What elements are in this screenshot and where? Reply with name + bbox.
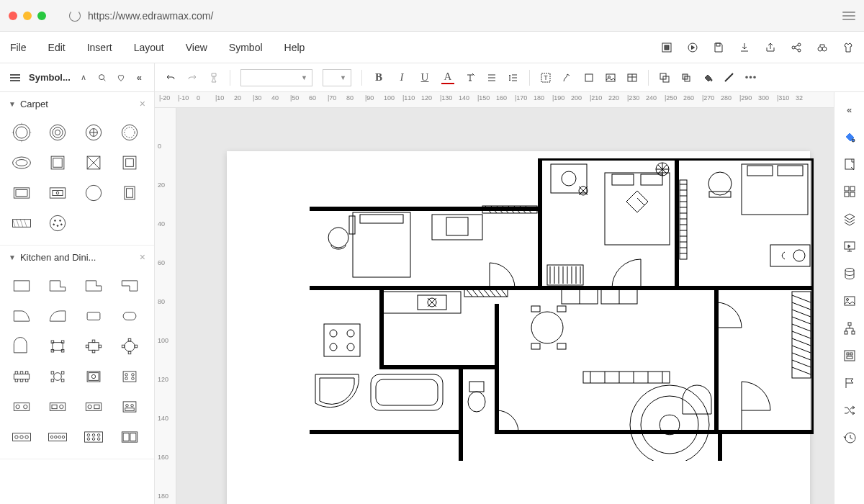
kitchen-shape[interactable]: [115, 303, 144, 329]
menu-layout[interactable]: Layout: [134, 42, 164, 53]
carpet-shape[interactable]: [79, 150, 108, 176]
kitchen-shape[interactable]: [7, 273, 36, 299]
binoculars-icon[interactable]: [816, 42, 828, 53]
drawing-page[interactable]: [227, 151, 810, 504]
vertical-ruler[interactable]: 020406080100120140160180: [155, 108, 176, 504]
menu-edit[interactable]: Edit: [48, 42, 66, 53]
search-icon[interactable]: [97, 72, 107, 84]
fullscreen-icon[interactable]: [661, 42, 672, 53]
play-icon[interactable]: [687, 42, 698, 53]
expand-panel-icon[interactable]: «: [842, 102, 857, 117]
grid-panel-icon[interactable]: [842, 184, 857, 199]
bold-button[interactable]: B: [372, 71, 385, 84]
close-icon[interactable]: ×: [140, 251, 145, 263]
italic-button[interactable]: I: [395, 71, 408, 84]
tshirt-icon[interactable]: [842, 42, 854, 53]
fill-panel-icon[interactable]: [842, 130, 857, 144]
carpet-shape[interactable]: [7, 210, 36, 236]
page-panel-icon[interactable]: [842, 157, 857, 171]
carpet-shape[interactable]: [7, 180, 36, 206]
flag-panel-icon[interactable]: [842, 376, 857, 390]
carpet-shape[interactable]: [43, 210, 72, 236]
data-panel-icon[interactable]: [842, 266, 857, 281]
menu-view[interactable]: View: [186, 42, 207, 53]
palette-carpet-header[interactable]: ▼ Carpet ×: [0, 92, 154, 115]
save-icon[interactable]: [713, 42, 724, 53]
menu-symbol[interactable]: Symbol: [229, 42, 263, 53]
maximize-window-button[interactable]: [37, 12, 46, 20]
redo-icon[interactable]: [186, 72, 198, 84]
kitchen-shape[interactable]: [79, 424, 108, 450]
font-size-select[interactable]: ▼: [323, 69, 351, 86]
menu-insert[interactable]: Insert: [87, 42, 112, 53]
arrange-icon[interactable]: [680, 72, 692, 84]
minimize-window-button[interactable]: [23, 12, 32, 20]
carpet-shape[interactable]: [43, 120, 72, 145]
font-color-button[interactable]: A: [441, 71, 454, 84]
kitchen-shape[interactable]: [79, 273, 108, 299]
kitchen-shape[interactable]: [7, 424, 36, 450]
more-icon[interactable]: •••: [745, 72, 757, 84]
kitchen-shape[interactable]: [43, 424, 72, 450]
kitchen-shape[interactable]: [79, 303, 108, 329]
horizontal-ruler[interactable]: |-20|-100|1020|3040|5060|7080|90100|1101…: [155, 92, 834, 108]
carpet-shape[interactable]: [115, 150, 144, 176]
fill-icon[interactable]: [702, 72, 714, 84]
carpet-shape[interactable]: [115, 180, 144, 206]
line-style-icon[interactable]: [724, 72, 735, 84]
kitchen-shape[interactable]: [7, 303, 36, 329]
align-icon[interactable]: [486, 72, 498, 84]
underline-button[interactable]: U: [418, 71, 431, 84]
image-panel-icon[interactable]: [842, 294, 857, 308]
kitchen-shape[interactable]: [115, 364, 144, 390]
shuffle-panel-icon[interactable]: [842, 403, 857, 418]
kitchen-shape[interactable]: [7, 364, 36, 390]
carpet-shape[interactable]: [79, 120, 108, 145]
kitchen-shape[interactable]: [115, 394, 144, 420]
share-icon[interactable]: [791, 42, 802, 53]
kitchen-shape[interactable]: [115, 333, 144, 359]
heart-icon[interactable]: [116, 72, 126, 84]
kitchen-shape[interactable]: [43, 273, 72, 299]
palette-kitchen-header[interactable]: ▼ Kitchen and Dini... ×: [0, 246, 154, 269]
close-icon[interactable]: ×: [140, 98, 145, 109]
library-icon[interactable]: [10, 72, 20, 84]
carpet-shape[interactable]: [43, 180, 72, 206]
carpet-shape[interactable]: [43, 150, 72, 176]
undo-icon[interactable]: [165, 72, 176, 84]
group-icon[interactable]: [659, 72, 670, 84]
connector-icon[interactable]: [562, 72, 573, 84]
canvas[interactable]: [176, 108, 834, 504]
presentation-icon[interactable]: [842, 239, 857, 253]
kitchen-shape[interactable]: [43, 303, 72, 329]
floor-plan-drawing[interactable]: [310, 158, 814, 461]
line-spacing-icon[interactable]: [508, 72, 519, 84]
carpet-shape[interactable]: [7, 150, 36, 176]
kitchen-shape[interactable]: [43, 333, 72, 359]
menu-file[interactable]: File: [10, 42, 27, 53]
close-window-button[interactable]: [9, 12, 17, 20]
menu-help[interactable]: Help: [284, 42, 305, 53]
kitchen-shape[interactable]: [115, 424, 144, 450]
chevron-up-icon[interactable]: ∧: [79, 72, 89, 84]
layers-panel-icon[interactable]: [842, 212, 857, 226]
kitchen-shape[interactable]: [43, 364, 72, 390]
image-icon[interactable]: [605, 72, 616, 84]
kitchen-shape[interactable]: [7, 333, 36, 359]
kitchen-shape[interactable]: [7, 394, 36, 420]
tree-panel-icon[interactable]: [842, 321, 857, 336]
carpet-shape[interactable]: [79, 180, 108, 206]
url-bar[interactable]: https://www.edrawmax.com/: [69, 10, 819, 22]
format-painter-icon[interactable]: [208, 72, 220, 84]
collapse-icon[interactable]: «: [135, 72, 144, 84]
carpet-shape[interactable]: [115, 120, 144, 145]
reload-icon[interactable]: [69, 10, 81, 22]
menu-icon[interactable]: [842, 12, 855, 20]
export-icon[interactable]: [765, 42, 776, 53]
shape-icon[interactable]: [583, 72, 595, 84]
kitchen-shape[interactable]: [79, 333, 108, 359]
history-panel-icon[interactable]: [842, 431, 857, 445]
download-icon[interactable]: [739, 42, 750, 53]
kitchen-shape[interactable]: [79, 394, 108, 420]
kitchen-shape[interactable]: [43, 394, 72, 420]
